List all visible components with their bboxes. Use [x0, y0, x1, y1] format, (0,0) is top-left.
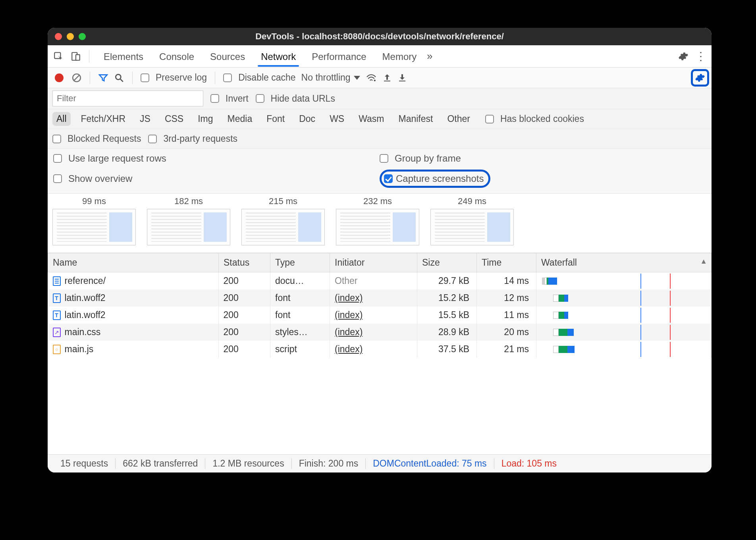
disable-cache-checkbox[interactable]: Disable cache	[223, 72, 295, 83]
type-filter-all[interactable]: All	[52, 112, 71, 126]
column-header-waterfall[interactable]: Waterfall	[536, 253, 712, 272]
clear-icon[interactable]	[71, 73, 82, 83]
main-tab-bar: ElementsConsoleSourcesNetworkPerformance…	[48, 45, 712, 68]
type-filter-font[interactable]: Font	[262, 112, 289, 126]
blocked-requests-label: Blocked Requests	[68, 133, 141, 144]
record-button[interactable]	[55, 73, 64, 82]
request-time: 21 ms	[477, 341, 536, 358]
has-blocked-cookies-checkbox[interactable]: Has blocked cookies	[485, 114, 584, 124]
search-icon[interactable]	[114, 73, 124, 83]
request-initiator: Other	[330, 272, 417, 290]
capture-screenshots-checkbox[interactable]: Capture screenshots	[380, 170, 706, 188]
third-party-checkbox[interactable]: 3rd-party requests	[148, 133, 237, 144]
column-header-status[interactable]: Status	[219, 253, 270, 272]
svg-rect-8	[384, 81, 390, 81]
type-filter-wasm[interactable]: Wasm	[355, 112, 388, 126]
filmstrip-frame[interactable]: 182 ms	[147, 196, 230, 245]
table-row[interactable]: main.js200script(index)37.5 kB21 ms	[48, 341, 712, 358]
request-status: 200	[219, 272, 270, 290]
tab-memory[interactable]: Memory	[380, 46, 419, 66]
request-status: 200	[219, 324, 270, 341]
tab-elements[interactable]: Elements	[101, 46, 146, 66]
type-filter-bar: AllFetch/XHRJSCSSImgMediaFontDocWSWasmMa…	[48, 109, 712, 129]
column-header-initiator[interactable]: Initiator	[330, 253, 417, 272]
filmstrip-frame[interactable]: 99 ms	[52, 196, 136, 245]
import-har-icon[interactable]	[382, 73, 392, 83]
filmstrip-frame[interactable]: 249 ms	[430, 196, 514, 245]
filter-input[interactable]	[52, 91, 203, 106]
type-filter-ws[interactable]: WS	[326, 112, 348, 126]
network-settings-button[interactable]	[691, 69, 709, 87]
tab-network[interactable]: Network	[258, 46, 298, 66]
network-toolbar: Preserve log Disable cache No throttling	[48, 68, 712, 88]
type-filter-doc[interactable]: Doc	[295, 112, 319, 126]
type-filter-img[interactable]: Img	[194, 112, 217, 126]
maximize-icon[interactable]	[79, 33, 86, 40]
request-time: 11 ms	[477, 307, 536, 324]
request-name: latin.woff2	[65, 293, 106, 303]
request-type: font	[270, 289, 330, 307]
tab-console[interactable]: Console	[157, 46, 197, 66]
table-row[interactable]: reference/200docu…Other29.7 kB14 ms	[48, 272, 712, 290]
chevron-down-icon	[354, 76, 360, 80]
column-header-size[interactable]: Size	[417, 253, 477, 272]
device-toggle-icon[interactable]	[69, 50, 83, 63]
request-time: 14 ms	[477, 272, 536, 290]
tab-sources[interactable]: Sources	[208, 46, 247, 66]
group-by-frame-checkbox[interactable]: Group by frame	[380, 153, 706, 164]
request-initiator[interactable]: (index)	[330, 324, 417, 341]
throttling-dropdown[interactable]: No throttling	[301, 72, 360, 83]
window-controls	[55, 33, 86, 40]
filter-icon[interactable]	[98, 73, 108, 83]
type-filter-media[interactable]: Media	[224, 112, 256, 126]
large-rows-checkbox[interactable]: Use large request rows	[53, 153, 380, 164]
request-waterfall	[536, 272, 712, 290]
show-overview-label: Show overview	[68, 173, 132, 184]
close-icon[interactable]	[55, 33, 62, 40]
inspect-icon[interactable]	[52, 50, 65, 63]
column-header-type[interactable]: Type	[270, 253, 330, 272]
export-har-icon[interactable]	[397, 73, 407, 83]
show-overview-checkbox[interactable]: Show overview	[53, 170, 380, 188]
hide-data-urls-checkbox[interactable]: Hide data URLs	[256, 93, 335, 104]
invert-checkbox[interactable]: Invert	[210, 93, 249, 104]
invert-label: Invert	[226, 93, 249, 104]
filmstrip: 99 ms182 ms215 ms232 ms249 ms	[48, 194, 712, 253]
type-filter-css[interactable]: CSS	[161, 112, 187, 126]
type-filter-js[interactable]: JS	[136, 112, 154, 126]
status-dcl: DOMContentLoaded: 75 ms	[366, 458, 494, 469]
request-initiator[interactable]: (index)	[330, 341, 417, 358]
table-row[interactable]: main.css200styles…(index)28.9 kB20 ms	[48, 324, 712, 341]
status-resources: 1.2 MB resources	[205, 458, 291, 469]
network-conditions-icon[interactable]	[366, 73, 377, 82]
third-party-label: 3rd-party requests	[163, 133, 237, 144]
request-time: 20 ms	[477, 324, 536, 341]
type-filter-fetch-xhr[interactable]: Fetch/XHR	[77, 112, 129, 126]
type-filter-manifest[interactable]: Manifest	[395, 112, 437, 126]
status-transferred: 662 kB transferred	[116, 458, 205, 469]
minimize-icon[interactable]	[67, 33, 74, 40]
request-size: 15.5 kB	[417, 307, 477, 324]
type-filter-other[interactable]: Other	[443, 112, 474, 126]
settings-gear-icon[interactable]	[677, 50, 690, 63]
table-row[interactable]: latin.woff2200font(index)15.2 kB12 ms	[48, 289, 712, 307]
column-header-time[interactable]: Time	[477, 253, 536, 272]
request-initiator[interactable]: (index)	[330, 289, 417, 307]
request-status: 200	[219, 341, 270, 358]
throttling-label: No throttling	[301, 72, 351, 83]
request-initiator[interactable]: (index)	[330, 307, 417, 324]
filmstrip-frame[interactable]: 232 ms	[336, 196, 419, 245]
request-size: 37.5 kB	[417, 341, 477, 358]
titlebar: DevTools - localhost:8080/docs/devtools/…	[48, 28, 712, 45]
tab-performance[interactable]: Performance	[309, 46, 368, 66]
request-size: 15.2 kB	[417, 289, 477, 307]
svg-rect-2	[76, 54, 80, 60]
doc-file-icon	[53, 276, 61, 286]
kebab-menu-icon[interactable]: ⋮	[694, 50, 708, 63]
table-row[interactable]: latin.woff2200font(index)15.5 kB11 ms	[48, 307, 712, 324]
column-header-name[interactable]: Name	[48, 253, 219, 272]
more-tabs-icon[interactable]: »	[423, 50, 436, 63]
blocked-requests-checkbox[interactable]: Blocked Requests	[52, 133, 141, 144]
preserve-log-checkbox[interactable]: Preserve log	[141, 72, 207, 83]
filmstrip-frame[interactable]: 215 ms	[241, 196, 325, 245]
